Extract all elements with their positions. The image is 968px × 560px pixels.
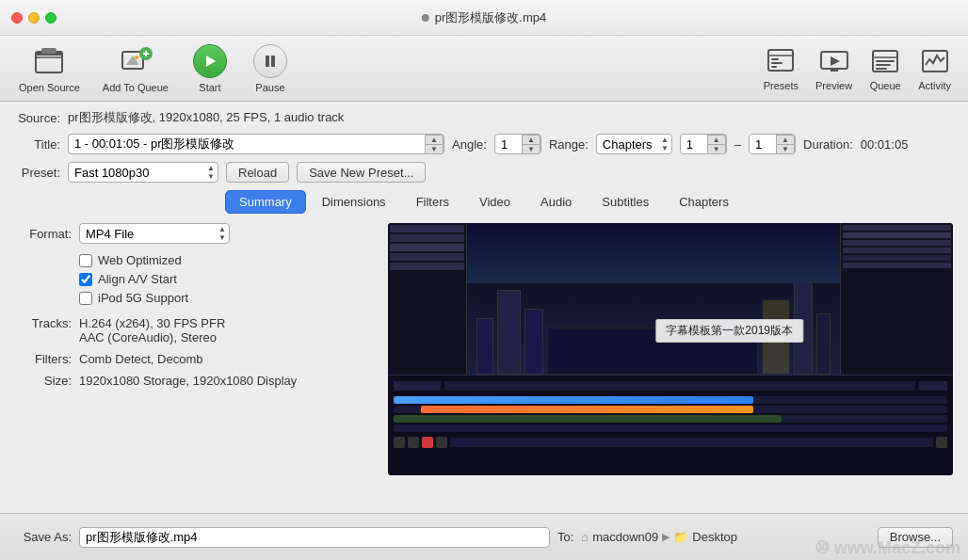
window-controls xyxy=(11,12,56,24)
tab-chapters[interactable]: Chapters xyxy=(665,190,743,214)
svg-rect-25 xyxy=(876,64,891,66)
checkbox-group: Web Optimized Align A/V Start iPod 5G Su… xyxy=(15,253,373,305)
tab-video[interactable]: Video xyxy=(465,190,524,214)
minimize-button[interactable] xyxy=(28,12,40,24)
range-label: Range: xyxy=(549,137,589,152)
preview-container: 字幕模板第一款2019版本 xyxy=(388,223,953,475)
start-icon xyxy=(193,44,227,78)
toolbar: Open Source Add To Queue Start xyxy=(0,36,968,102)
title-stepper-down[interactable]: ▼ xyxy=(425,144,444,154)
window-title: pr图形模版修改.mp4 xyxy=(422,9,546,26)
main-content: Source: pr图形模版修改, 1920x1080, 25 FPS, 1 a… xyxy=(0,102,968,483)
range-dash: – xyxy=(734,137,741,152)
web-optimized-checkbox-wrap[interactable]: Web Optimized xyxy=(79,253,373,267)
tab-subtitles[interactable]: Subtitles xyxy=(588,190,663,214)
activity-button[interactable]: Activity xyxy=(911,40,959,97)
tab-summary[interactable]: Summary xyxy=(225,190,306,214)
right-panel: 字幕模板第一款2019版本 xyxy=(388,223,953,475)
size-label: Size: xyxy=(15,374,72,388)
open-source-icon xyxy=(32,44,66,78)
align-av-checkbox-wrap[interactable]: Align A/V Start xyxy=(79,272,373,286)
path-home: macdown09 xyxy=(592,530,658,544)
svg-point-9 xyxy=(135,56,138,59)
range-to-up[interactable]: ▲ xyxy=(776,135,795,144)
folder-icon: 📁 xyxy=(673,530,688,544)
presets-label: Presets xyxy=(764,80,799,91)
format-select[interactable]: MP4 File MKV File WebM File xyxy=(79,223,230,244)
tracks-values: H.264 (x264), 30 FPS PFR AAC (CoreAudio)… xyxy=(79,316,225,344)
svg-rect-12 xyxy=(271,56,275,67)
filters-info-row: Filters: Comb Detect, Decomb xyxy=(15,352,373,366)
svg-rect-16 xyxy=(771,62,782,64)
tab-filters[interactable]: Filters xyxy=(402,190,463,214)
format-row: Format: MP4 File MKV File WebM File ▲▼ xyxy=(15,223,373,244)
preview-label: Preview xyxy=(815,80,852,91)
angle-wrap: ▲ ▼ xyxy=(494,134,541,154)
close-button[interactable] xyxy=(11,12,23,24)
range-to-stepper: ▲ ▼ xyxy=(776,135,795,153)
ipod-checkbox[interactable] xyxy=(79,292,92,305)
svg-rect-11 xyxy=(266,56,269,67)
maximize-button[interactable] xyxy=(45,12,56,24)
align-av-checkbox[interactable] xyxy=(79,273,92,286)
duration-value: 00:01:05 xyxy=(861,137,909,152)
summary-content: Format: MP4 File MKV File WebM File ▲▼ W… xyxy=(15,223,953,475)
home-icon: ⌂ xyxy=(581,530,589,544)
open-source-button[interactable]: Open Source xyxy=(9,39,89,99)
web-optimized-label: Web Optimized xyxy=(98,253,182,267)
range-from-down[interactable]: ▼ xyxy=(707,144,726,154)
pause-button[interactable]: Pause xyxy=(242,39,298,99)
title-input[interactable] xyxy=(68,134,444,154)
ipod-checkbox-wrap[interactable]: iPod 5G Support xyxy=(79,291,373,305)
svg-marker-21 xyxy=(831,56,840,66)
info-section: Tracks: H.264 (x264), 30 FPS PFR AAC (Co… xyxy=(15,316,373,388)
title-stepper-up[interactable]: ▲ xyxy=(425,135,444,144)
add-to-queue-button[interactable]: Add To Queue xyxy=(93,39,178,99)
angle-stepper: ▲ ▼ xyxy=(522,135,540,153)
start-label: Start xyxy=(199,82,220,93)
duration-label: Duration: xyxy=(803,137,853,152)
tab-dimensions[interactable]: Dimensions xyxy=(308,190,400,214)
title-input-wrap: ▲ ▼ xyxy=(68,134,444,154)
title-label: Title: xyxy=(15,137,60,152)
range-to-wrap: ▲ ▼ xyxy=(749,134,796,154)
presets-button[interactable]: Presets xyxy=(756,40,806,97)
save-new-preset-button[interactable]: Save New Preset... xyxy=(297,162,426,183)
save-as-input[interactable] xyxy=(79,527,550,548)
tracks-value-1: H.264 (x264), 30 FPS PFR xyxy=(79,316,225,330)
reload-button[interactable]: Reload xyxy=(226,162,289,183)
svg-rect-26 xyxy=(876,68,887,70)
range-select[interactable]: Chapters Seconds Frames xyxy=(596,134,672,154)
unsaved-indicator xyxy=(422,14,429,22)
queue-icon xyxy=(870,46,900,76)
preview-button[interactable]: Preview xyxy=(808,40,860,97)
start-button[interactable]: Start xyxy=(182,39,238,99)
queue-button[interactable]: Queue xyxy=(862,40,909,97)
angle-stepper-up[interactable]: ▲ xyxy=(522,135,540,144)
left-panel: Format: MP4 File MKV File WebM File ▲▼ W… xyxy=(15,223,373,475)
title-row: Title: ▲ ▼ Angle: ▲ ▼ Range: Chapters Se… xyxy=(15,134,953,154)
preset-select[interactable]: Fast 1080p30 xyxy=(68,162,218,183)
range-from-up[interactable]: ▲ xyxy=(707,135,726,144)
preview-caption: 字幕模板第一款2019版本 xyxy=(655,319,803,343)
tracks-value-2: AAC (CoreAudio), Stereo xyxy=(79,330,225,344)
to-label: To: xyxy=(557,530,573,544)
activity-label: Activity xyxy=(918,80,951,91)
queue-label: Queue xyxy=(870,80,901,91)
size-value: 1920x1080 Storage, 1920x1080 Display xyxy=(79,374,297,388)
range-to-down[interactable]: ▼ xyxy=(776,144,795,154)
tabs-row: Summary Dimensions Filters Video Audio S… xyxy=(15,190,953,214)
range-select-wrap: Chapters Seconds Frames ▲▼ xyxy=(596,134,672,154)
browse-button[interactable]: Browse... xyxy=(878,527,953,548)
tab-audio[interactable]: Audio xyxy=(526,190,586,214)
titlebar: pr图形模版修改.mp4 xyxy=(0,0,968,36)
path-folder: Desktop xyxy=(692,530,737,544)
preset-select-wrap: Fast 1080p30 ▲▼ xyxy=(68,162,218,183)
pause-label: Pause xyxy=(255,82,284,93)
angle-stepper-down[interactable]: ▼ xyxy=(522,144,540,154)
filters-info-value: Comb Detect, Decomb xyxy=(79,352,203,366)
web-optimized-checkbox[interactable] xyxy=(79,254,92,267)
presets-icon xyxy=(766,46,796,76)
bottom-bar: Save As: To: ⌂ macdown09 ▶ 📁 Desktop Bro… xyxy=(0,513,968,560)
save-as-label: Save As: xyxy=(15,530,72,544)
